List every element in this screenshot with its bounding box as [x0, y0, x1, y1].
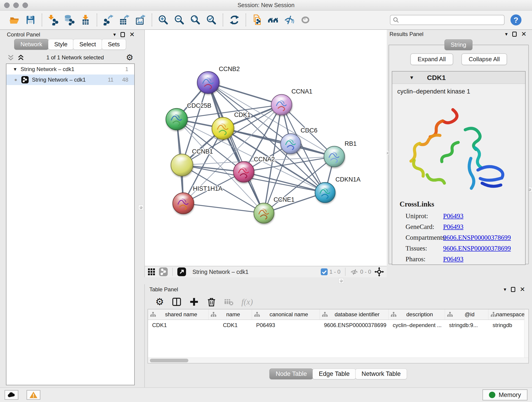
tab-network-table[interactable]: Network Table [355, 369, 407, 379]
search-input[interactable] [399, 17, 502, 23]
string-home-icon[interactable] [267, 13, 280, 27]
search-icon [393, 17, 399, 23]
zoom-in-icon[interactable] [157, 13, 170, 27]
tab-style[interactable]: Style [48, 39, 74, 50]
zoom-fit-icon[interactable] [189, 13, 202, 27]
crosslink-label: Tissues: [399, 245, 443, 252]
expand-all-icon[interactable] [17, 54, 24, 61]
table-options-gear-icon[interactable]: ⚙ [155, 297, 164, 307]
node-CCNA2[interactable] [234, 162, 254, 182]
tab-sets[interactable]: Sets [102, 39, 126, 50]
column-header-description[interactable]: description [389, 309, 445, 319]
node-label-CCNB1: CCNB1 [192, 148, 213, 155]
import-database-icon[interactable] [63, 13, 76, 27]
warnings-button[interactable] [27, 390, 40, 400]
delete-column-icon[interactable] [207, 297, 216, 307]
panel-close-icon[interactable]: ✕ [129, 32, 135, 38]
collapse-all-button[interactable]: Collapse All [462, 53, 507, 65]
results-menu-icon[interactable]: ▾ [505, 31, 507, 37]
show-columns-icon[interactable] [172, 297, 181, 307]
edge-CDK1-RB1[interactable] [223, 128, 334, 157]
expand-all-button[interactable]: Expand All [410, 53, 453, 65]
crosslink-value-link[interactable]: P06493 [443, 212, 463, 220]
left-splitter-handle[interactable] [138, 205, 143, 210]
network-canvas[interactable]: CCNB2CCNA1CDC25BCDK1CDC6RB1CCNB1CCNA2CDK… [145, 30, 387, 266]
birds-eye-grid-icon[interactable] [147, 268, 156, 276]
table-horizontal-scrollbar[interactable] [148, 357, 528, 363]
import-table-icon[interactable] [79, 13, 92, 27]
column-header--id[interactable]: @id [445, 309, 488, 319]
memory-button[interactable]: Memory [482, 389, 527, 400]
node-CDC25B[interactable] [166, 108, 187, 130]
column-header-namespace[interactable]: namespace [488, 309, 526, 319]
network-options-gear-icon[interactable]: ⚙ [126, 53, 133, 62]
table-row[interactable]: CDK1CDK1P064939606.ENSP00000378699cyclin… [148, 320, 528, 331]
column-header-database-identifier[interactable]: database identifier [320, 309, 389, 319]
edge-HIST1H1A-CCNE1[interactable] [183, 203, 264, 213]
table-vertical-scrollbar[interactable] [524, 309, 528, 363]
cloud-button[interactable] [5, 390, 18, 400]
toolbar-separator [152, 13, 152, 26]
panel-float-icon[interactable] [120, 32, 125, 37]
fit-selected-move-icon[interactable] [374, 267, 384, 277]
bottom-splitter-handle[interactable] [339, 278, 344, 283]
export-table-icon[interactable] [118, 13, 131, 27]
network-badge-icon[interactable] [159, 268, 168, 276]
table-menu-icon[interactable]: ▾ [504, 287, 506, 293]
scrollbar-thumb[interactable] [150, 359, 188, 362]
panel-menu-icon[interactable]: ▾ [113, 32, 116, 38]
tab-edge-table[interactable]: Edge Table [312, 369, 356, 379]
crosslink-value-link[interactable]: P06493 [443, 223, 463, 230]
node-RB1[interactable] [324, 146, 345, 167]
hidden-eye-slash-icon [350, 268, 358, 275]
tab-select[interactable]: Select [73, 39, 102, 50]
results-close-icon[interactable]: ✕ [521, 31, 526, 37]
collapse-caret-icon[interactable]: ▼ [13, 67, 17, 72]
export-network-icon[interactable] [102, 13, 115, 27]
tab-node-table[interactable]: Node Table [269, 369, 313, 379]
import-network-icon[interactable] [47, 13, 60, 27]
table-close-icon[interactable]: ✕ [520, 286, 525, 293]
open-in-window-icon[interactable] [177, 268, 186, 276]
table-float-icon[interactable] [511, 287, 515, 292]
node-CDC6[interactable] [281, 134, 301, 154]
show-all-icon[interactable] [299, 13, 312, 27]
zoom-out-icon[interactable] [173, 13, 186, 27]
network-tree-root-row[interactable]: ▼ String Network – cdk1 1 [6, 64, 134, 75]
node-HIST1H1A[interactable] [173, 193, 194, 214]
hide-selected-icon[interactable] [283, 13, 296, 27]
edge-CCNB2-CCNA1[interactable] [208, 83, 282, 105]
save-session-icon[interactable] [24, 13, 37, 27]
zoom-selected-icon[interactable] [205, 13, 218, 27]
open-session-icon[interactable] [8, 13, 21, 27]
crosslink-value-link[interactable]: 9606.ENSP00000378699 [443, 245, 511, 252]
results-float-icon[interactable] [512, 32, 517, 37]
gene-header[interactable]: ▼ CDK1 [392, 71, 525, 84]
crosslink-value-link[interactable]: P06493 [443, 255, 463, 263]
node-CDK1[interactable] [212, 117, 234, 139]
node-CCNA1[interactable] [271, 95, 292, 115]
crosslinks-section: CrossLinks Uniprot:P06493GeneCard:P06493… [392, 200, 525, 264]
network-tree-child-row[interactable]: ● String Network – cdk1 11 48 [6, 75, 134, 85]
node-CCNB2[interactable] [197, 71, 219, 94]
column-header-name[interactable]: name [209, 309, 252, 319]
collapse-all-icon[interactable] [7, 54, 14, 61]
edge-CCNB2-CCNE1[interactable] [208, 83, 264, 213]
tab-string[interactable]: String [444, 39, 472, 50]
help-icon[interactable]: ? [510, 14, 521, 26]
tab-network[interactable]: Network [14, 39, 48, 50]
node-CCNB1[interactable] [171, 154, 193, 176]
node-CCNE1[interactable] [254, 203, 274, 223]
table-panel-title: Table Panel [149, 286, 178, 293]
column-header-canonical-name[interactable]: canonical name [252, 309, 320, 319]
selected-checkbox-icon[interactable] [321, 268, 328, 275]
node-CDKN1A[interactable] [315, 182, 335, 203]
share-file-icon[interactable] [251, 13, 264, 27]
crosslink-value-link[interactable]: 9606.ENSP00000378699 [443, 234, 511, 241]
gene-collapse-caret-icon[interactable]: ▼ [409, 75, 414, 81]
export-image-icon[interactable] [134, 13, 147, 27]
toolbar-separator [42, 13, 42, 26]
column-header-shared-name[interactable]: shared name [148, 309, 209, 319]
add-column-icon[interactable] [189, 297, 199, 307]
refresh-icon[interactable] [228, 13, 241, 27]
